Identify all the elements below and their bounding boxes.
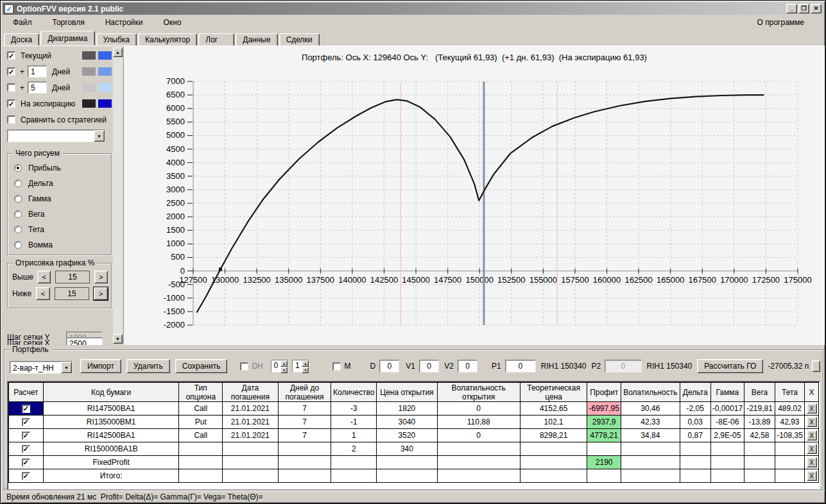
table-cell[interactable]: 340 [377,442,437,456]
above-value[interactable]: 15 [55,271,89,283]
table-cell[interactable] [377,456,437,469]
radio-vega[interactable] [14,210,22,218]
table-cell[interactable]: 30,46 [621,402,680,416]
table-cell[interactable] [520,469,587,483]
plus5-color-swatch-1[interactable] [82,83,96,92]
delete-row-button[interactable]: X [807,471,817,481]
delete-button[interactable]: Удалить [126,359,170,373]
tab-deals[interactable]: Сделки [279,33,320,46]
plus5-color-swatch-2[interactable] [98,83,112,92]
table-cell[interactable]: 0,03 [680,416,710,429]
table-cell[interactable]: -2,05 [680,402,710,416]
table-cell[interactable] [710,469,744,483]
table-cell[interactable]: RI135000BM1 [43,416,179,429]
table-cell[interactable] [775,442,805,456]
table-cell[interactable] [680,469,710,483]
tab-smile[interactable]: Улыбка [96,33,137,46]
table-cell[interactable]: -0,00017 [710,402,744,416]
delete-row-button[interactable]: X [807,457,817,467]
table-cell[interactable] [223,469,279,483]
current-color-swatch-1[interactable] [82,51,96,60]
table-cell[interactable] [680,442,710,456]
table-cell[interactable]: -3 [331,402,377,416]
scroll-down-icon[interactable] [113,334,123,344]
v1-input[interactable]: 0 [419,360,439,373]
table-cell[interactable] [621,442,680,456]
table-cell[interactable]: 2 [331,442,377,456]
table-cell[interactable]: RI142500BA1 [43,429,179,442]
menu-item-window[interactable]: Окно [164,18,182,27]
table-cell[interactable]: 21.01.2021 [223,429,279,442]
dh-spinner-1[interactable]: 0 [271,360,288,373]
m-checkbox[interactable] [332,362,341,371]
expiration-color-swatch-2[interactable] [98,99,112,108]
table-cell[interactable]: 2190 [587,456,621,469]
grid-step-x-input[interactable]: 2500 [66,337,103,346]
radio-delta[interactable] [14,180,22,187]
spin-up-icon[interactable] [302,360,309,367]
table-cell[interactable]: 7 [278,416,331,429]
table-cell[interactable]: 42,58 [744,429,775,442]
row-calc-checkbox[interactable] [22,458,30,467]
d-input[interactable]: 0 [379,360,399,373]
strategy-dropdown[interactable] [7,130,105,142]
p1-input[interactable]: 0 [505,360,536,373]
table-cell[interactable]: 7 [278,402,331,416]
table-cell[interactable]: 42,93 [775,416,805,429]
table-cell[interactable] [621,469,680,483]
table-cell[interactable] [331,469,377,483]
table-cell[interactable] [710,456,744,469]
save-button[interactable]: Сохранить [175,359,228,373]
calc-cell[interactable] [9,442,44,456]
table-cell[interactable]: 21.01.2021 [223,416,279,429]
dh-checkbox[interactable] [240,362,248,371]
current-checkbox[interactable] [7,51,15,60]
radio-vomma[interactable] [14,241,22,249]
table-cell[interactable] [278,456,331,469]
table-cell[interactable] [278,469,331,483]
tab-log[interactable]: Лог [198,33,234,46]
below-value[interactable]: 15 [55,287,90,300]
calc-go-button[interactable]: Рассчитать ГО [697,359,763,373]
column-header[interactable]: Код бумаги [43,383,179,402]
calc-cell[interactable] [9,429,44,442]
menu-item-about[interactable]: О программе [757,18,804,27]
spin-down-icon[interactable] [280,367,288,373]
profit-chart[interactable]: -2000-1500-1000-500050010001500200025003… [124,46,825,345]
column-header[interactable]: Волатильность открытия [437,383,520,402]
expiration-checkbox[interactable] [7,99,15,108]
calc-cell[interactable] [9,469,44,483]
calc-cell[interactable] [9,402,44,416]
table-cell[interactable]: 42,33 [621,416,680,429]
left-panel-scrollbar[interactable] [113,47,123,344]
row-calc-checkbox[interactable] [22,432,30,440]
column-header[interactable]: X [805,383,819,402]
row-calc-checkbox[interactable] [22,445,30,453]
delete-row-button[interactable]: X [807,417,817,427]
plus1-checkbox[interactable] [7,67,15,76]
above-increase-button[interactable]: > [94,271,108,283]
chevron-down-icon[interactable] [94,130,105,142]
menu-item-settings[interactable]: Настройки [105,18,143,27]
menu-item-file[interactable]: Файл [13,18,32,27]
column-header[interactable]: Дельта [680,383,710,402]
v2-input[interactable]: 0 [458,360,478,373]
table-cell[interactable]: 1820 [377,402,437,416]
tab-data[interactable]: Данные [236,33,277,46]
table-cell[interactable] [744,456,775,469]
radio-theta[interactable] [14,226,22,233]
table-cell[interactable] [331,456,377,469]
table-cell[interactable]: 3520 [377,429,437,442]
column-header[interactable]: Вега [744,383,775,402]
table-cell[interactable] [437,469,520,483]
table-cell[interactable]: -8E-06 [710,416,744,429]
row-calc-checkbox[interactable] [22,418,30,426]
table-cell[interactable] [680,456,710,469]
p2-input[interactable]: 0 [605,360,641,373]
plus5-days-input[interactable]: 5 [28,81,47,94]
table-cell[interactable] [223,456,279,469]
row-calc-checkbox[interactable] [22,472,30,480]
table-cell[interactable] [587,469,621,483]
table-cell[interactable]: -1 [331,416,377,429]
table-cell[interactable]: RI150000BA1B [43,442,179,456]
